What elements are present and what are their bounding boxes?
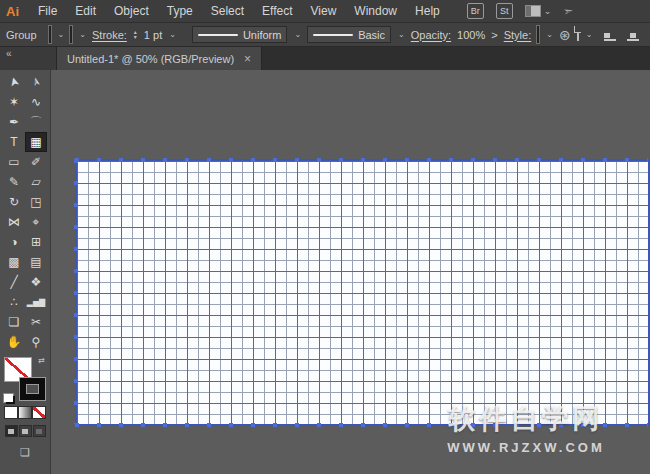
workspace-switcher-icon[interactable]: ⌄ xyxy=(525,5,552,17)
opacity-value[interactable]: 100% xyxy=(457,29,485,41)
width-profile-value: Uniform xyxy=(243,29,282,41)
stroke-panel-link[interactable]: Stroke: xyxy=(92,29,127,41)
brush-line-sample xyxy=(313,34,353,36)
app-logo[interactable]: Ai xyxy=(0,4,29,19)
zoom-tool[interactable]: ⚲ xyxy=(25,332,47,352)
rectangle-tool[interactable]: ▭ xyxy=(3,152,25,172)
chevron-down-icon[interactable]: ⌄ xyxy=(546,30,553,39)
collapse-icon: « xyxy=(6,48,12,59)
color-button[interactable] xyxy=(5,407,17,418)
control-bar: Group ⌄ ⌄ Stroke: ▴ ▾ 1 pt ⌄ Uniform ⌄ B… xyxy=(0,23,650,47)
scale-tool[interactable]: ◳ xyxy=(25,192,47,212)
close-icon[interactable]: × xyxy=(244,53,251,65)
menu-right-icons: Br St ⌄ ➣ xyxy=(467,3,574,19)
artboard-tool[interactable]: ❏ xyxy=(3,312,25,332)
fill-color-swatch[interactable] xyxy=(49,26,51,43)
rectangular-grid-tool[interactable]: ▦ xyxy=(25,132,47,152)
column-graph-tool[interactable]: ▂▅▇ xyxy=(25,292,47,312)
chevron-down-icon[interactable]: ⌄ xyxy=(169,30,176,39)
recolor-artwork-icon[interactable]: ⊛ xyxy=(559,27,571,43)
opacity-link[interactable]: Opacity: xyxy=(411,29,451,41)
blend-tool[interactable]: ❖ xyxy=(25,272,47,292)
main-area: ➤➢✶∿✒⌒T▦▭✐✎▱↻◳⋈⌖◑⊞▩▤╱❖∴▂▅▇❏✂✋⚲ ⇄ ❏ xyxy=(0,70,650,474)
fill-stroke-indicator: ⇄ xyxy=(5,358,45,400)
shaper-tool[interactable]: ✎ xyxy=(3,172,25,192)
brush-value: Basic xyxy=(358,29,385,41)
watermark-text-url: WWW.RJZXW.COM xyxy=(403,440,649,455)
type-tool[interactable]: T xyxy=(3,132,25,152)
overflow-chevron[interactable]: > xyxy=(491,29,497,41)
align-buttons xyxy=(604,29,650,41)
share-icon[interactable]: ➣ xyxy=(562,3,575,19)
eyedropper-tool[interactable]: ╱ xyxy=(3,272,25,292)
anchor-points-bottom xyxy=(75,423,648,427)
anchor-points-top xyxy=(75,158,648,162)
menu-type[interactable]: Type xyxy=(158,4,202,18)
workspace-layout-icon xyxy=(525,5,541,17)
chevron-down-icon[interactable]: ⌄ xyxy=(398,30,405,39)
screen-mode-button[interactable]: ❏ xyxy=(20,446,30,459)
drawing-mode-buttons xyxy=(5,425,46,437)
rotate-tool[interactable]: ↻ xyxy=(3,192,25,212)
stroke-weight-stepper[interactable]: ▴ ▾ xyxy=(134,30,137,40)
perspective-grid-tool[interactable]: ⊞ xyxy=(25,232,47,252)
document-tab[interactable]: Untitled-1* @ 50% (RGB/Preview) × xyxy=(57,47,262,70)
width-tool[interactable]: ⋈ xyxy=(3,212,25,232)
document-tab-title: Untitled-1* @ 50% (RGB/Preview) xyxy=(67,53,234,65)
align-left-icon[interactable] xyxy=(604,29,616,41)
stroke-weight-value[interactable]: 1 pt xyxy=(144,29,162,41)
align-center-icon[interactable] xyxy=(627,29,639,41)
menu-select[interactable]: Select xyxy=(202,4,253,18)
brush-dropdown[interactable]: Basic xyxy=(307,26,391,43)
tools-panel-collapse-button[interactable]: « xyxy=(0,47,57,70)
tools-panel: ➤➢✶∿✒⌒T▦▭✐✎▱↻◳⋈⌖◑⊞▩▤╱❖∴▂▅▇❏✂✋⚲ ⇄ ❏ xyxy=(0,70,51,474)
pen-tool[interactable]: ✒ xyxy=(3,112,25,132)
menu-object[interactable]: Object xyxy=(105,4,158,18)
menu-file[interactable]: File xyxy=(29,4,66,18)
illustrator-window: Ai FileEditObjectTypeSelectEffectViewWin… xyxy=(0,0,650,474)
menu-effect[interactable]: Effect xyxy=(253,4,301,18)
stroke-swatch-black[interactable] xyxy=(20,378,45,400)
rectangular-grid-object[interactable] xyxy=(75,159,650,426)
hand-tool[interactable]: ✋ xyxy=(3,332,25,352)
none-button[interactable] xyxy=(33,407,45,418)
slice-tool[interactable]: ✂ xyxy=(25,312,47,332)
puppet-warp-tool[interactable]: ⌖ xyxy=(25,212,47,232)
menu-view[interactable]: View xyxy=(302,4,346,18)
draw-inside-button[interactable] xyxy=(33,425,46,437)
chevron-down-icon[interactable]: ⌄ xyxy=(79,30,86,39)
style-swatch[interactable] xyxy=(537,26,539,43)
chevron-down-icon[interactable]: ⌄ xyxy=(58,30,65,39)
bridge-icon[interactable]: Br xyxy=(467,3,484,19)
selection-type-label: Group xyxy=(6,29,37,41)
curvature-tool[interactable]: ⌒ xyxy=(25,112,47,132)
stock-icon[interactable]: St xyxy=(496,3,513,19)
menu-items: FileEditObjectTypeSelectEffectViewWindow… xyxy=(29,4,449,18)
gradient-button[interactable] xyxy=(19,407,31,418)
menu-help[interactable]: Help xyxy=(406,4,449,18)
draw-behind-button[interactable] xyxy=(19,425,32,437)
document-setup-icon[interactable] xyxy=(577,28,579,41)
stepper-down-icon[interactable]: ▾ xyxy=(134,35,137,40)
gradient-tool[interactable]: ▤ xyxy=(25,252,47,272)
style-link[interactable]: Style: xyxy=(504,29,532,41)
chevron-down-icon[interactable]: ⌄ xyxy=(586,30,593,39)
menu-edit[interactable]: Edit xyxy=(66,4,105,18)
symbol-sprayer-tool[interactable]: ∴ xyxy=(3,292,25,312)
stroke-color-swatch[interactable] xyxy=(70,26,72,43)
chevron-down-icon: ⌄ xyxy=(544,7,552,16)
draw-normal-button[interactable] xyxy=(5,425,18,437)
chevron-down-icon[interactable]: ⌄ xyxy=(294,30,301,39)
canvas-area[interactable]: 软件自学网 WWW.RJZXW.COM xyxy=(51,70,650,474)
eraser-tool[interactable]: ▱ xyxy=(25,172,47,192)
menu-window[interactable]: Window xyxy=(345,4,406,18)
profile-line-sample xyxy=(198,34,238,36)
color-type-buttons xyxy=(5,407,45,418)
tools-grid: ➤➢✶∿✒⌒T▦▭✐✎▱↻◳⋈⌖◑⊞▩▤╱❖∴▂▅▇❏✂✋⚲ xyxy=(3,72,47,352)
default-fill-stroke-icon[interactable] xyxy=(4,394,13,402)
paintbrush-tool[interactable]: ✐ xyxy=(25,152,47,172)
swap-fill-stroke-icon[interactable]: ⇄ xyxy=(38,356,45,365)
shape-builder-tool[interactable]: ◑ xyxy=(3,232,25,252)
width-profile-dropdown[interactable]: Uniform xyxy=(192,26,288,43)
mesh-tool[interactable]: ▩ xyxy=(3,252,25,272)
